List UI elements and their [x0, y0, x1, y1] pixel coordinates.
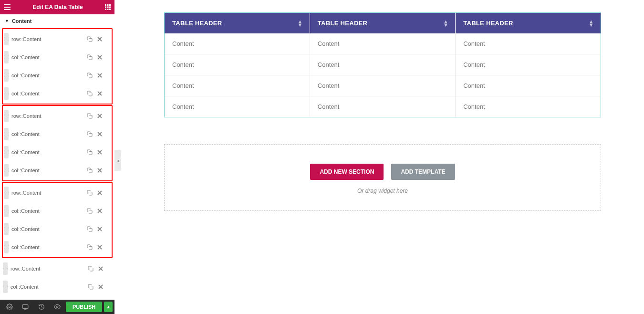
apps-grid-icon[interactable]: [105, 4, 111, 10]
svg-rect-9: [89, 39, 93, 42]
data-table-widget[interactable]: TABLE HEADER▲▼TABLE HEADER▲▼TABLE HEADER…: [164, 12, 601, 117]
header-label: TABLE HEADER: [463, 20, 513, 27]
add-section-dropzone[interactable]: ADD NEW SECTION ADD TEMPLATE Or drag wid…: [164, 144, 601, 211]
settings-icon[interactable]: [2, 301, 17, 313]
drag-handle-icon[interactable]: ⋮⋮: [4, 164, 9, 177]
table-cell: Content: [456, 33, 601, 54]
add-template-button[interactable]: ADD TEMPLATE: [391, 164, 455, 180]
duplicate-icon[interactable]: [87, 131, 97, 137]
drag-handle-icon[interactable]: ⋮⋮: [4, 110, 9, 122]
item-group: ⋮⋮row::Content⋮⋮col::Content⋮⋮col::Conte…: [2, 105, 113, 181]
list-item[interactable]: ⋮⋮col::Content: [4, 202, 111, 220]
table-cell: Content: [165, 96, 310, 117]
duplicate-icon[interactable]: [87, 226, 97, 232]
list-item-label: col::Content: [11, 54, 87, 60]
drag-handle-icon[interactable]: ⋮⋮: [4, 69, 9, 82]
list-item[interactable]: ⋮⋮col::Content: [4, 220, 111, 238]
sort-icon[interactable]: ▲▼: [589, 20, 594, 27]
list-item[interactable]: ⋮⋮row::Content: [4, 184, 111, 202]
remove-icon[interactable]: [97, 168, 108, 173]
duplicate-icon[interactable]: [87, 113, 97, 119]
drag-handle-icon[interactable]: ⋮⋮: [4, 128, 9, 140]
remove-icon[interactable]: [98, 284, 109, 289]
remove-icon[interactable]: [97, 190, 108, 195]
drag-handle-icon[interactable]: ⋮⋮: [4, 187, 9, 199]
svg-rect-15: [89, 152, 93, 155]
drag-handle-icon[interactable]: ⋮⋮: [3, 281, 8, 293]
list-item-label: col::Content: [11, 167, 87, 173]
list-item-label: col::Content: [11, 149, 87, 155]
remove-icon[interactable]: [97, 91, 108, 96]
remove-icon[interactable]: [97, 114, 108, 118]
list-item[interactable]: ⋮⋮col::Content: [4, 143, 111, 161]
svg-rect-6: [105, 9, 106, 10]
svg-rect-10: [89, 57, 93, 60]
dropzone-hint: Or drag widget here: [165, 188, 601, 194]
list-item[interactable]: ⋮⋮row::Content: [4, 107, 111, 125]
remove-icon[interactable]: [97, 55, 108, 60]
table-header-cell[interactable]: TABLE HEADER▲▼: [456, 13, 601, 33]
list-item-label: col::Content: [11, 226, 87, 232]
menu-icon[interactable]: [4, 4, 10, 10]
sort-icon[interactable]: ▲▼: [443, 20, 448, 27]
duplicate-icon[interactable]: [87, 190, 97, 196]
drag-handle-icon[interactable]: ⋮⋮: [4, 205, 9, 217]
remove-icon[interactable]: [97, 37, 108, 42]
list-item[interactable]: ⋮⋮row::Content: [3, 260, 112, 278]
duplicate-icon[interactable]: [88, 284, 98, 290]
history-icon[interactable]: [34, 301, 49, 313]
drag-handle-icon[interactable]: ⋮⋮: [3, 262, 8, 275]
remove-icon[interactable]: [97, 150, 108, 155]
remove-icon[interactable]: [97, 132, 108, 136]
drag-handle-icon[interactable]: ⋮⋮: [4, 51, 9, 63]
remove-icon[interactable]: [97, 227, 108, 231]
table-cell: Content: [456, 75, 601, 96]
responsive-icon[interactable]: [18, 301, 33, 313]
list-item[interactable]: ⋮⋮col::Content: [4, 48, 111, 66]
duplicate-icon[interactable]: [87, 91, 97, 96]
table-header-cell[interactable]: TABLE HEADER▲▼: [310, 13, 455, 33]
list-item[interactable]: ⋮⋮col::Content: [4, 66, 111, 84]
duplicate-icon[interactable]: [87, 167, 97, 173]
svg-rect-17: [89, 192, 93, 196]
table-header-cell[interactable]: TABLE HEADER▲▼: [165, 13, 310, 33]
list-item[interactable]: ⋮⋮col::Content: [4, 161, 111, 179]
duplicate-icon[interactable]: [88, 266, 98, 272]
table-cell: Content: [310, 75, 455, 96]
list-item[interactable]: ⋮⋮col::Content: [4, 238, 111, 256]
remove-icon[interactable]: [98, 266, 109, 271]
list-item[interactable]: ⋮⋮col::Content: [4, 125, 111, 143]
remove-icon[interactable]: [97, 73, 108, 78]
sidebar-header: Edit EA Data Table: [0, 0, 114, 14]
svg-rect-21: [90, 268, 93, 272]
duplicate-icon[interactable]: [87, 54, 97, 60]
drag-handle-icon[interactable]: ⋮⋮: [4, 146, 9, 158]
table-cell: Content: [456, 54, 601, 75]
svg-rect-7: [107, 9, 109, 10]
list-item[interactable]: ⋮⋮col::Content: [4, 84, 111, 103]
drag-handle-icon[interactable]: ⋮⋮: [4, 241, 9, 253]
publish-button[interactable]: PUBLISH: [66, 302, 102, 312]
section-toggle-content[interactable]: ▼ Content: [0, 14, 114, 28]
drag-handle-icon[interactable]: ⋮⋮: [4, 223, 9, 235]
preview-icon[interactable]: [50, 301, 65, 313]
duplicate-icon[interactable]: [87, 73, 97, 78]
duplicate-icon[interactable]: [87, 208, 97, 214]
table-cell: Content: [456, 96, 601, 117]
list-item[interactable]: ⋮⋮col::Content: [3, 278, 112, 296]
duplicate-icon[interactable]: [87, 36, 97, 42]
drag-handle-icon[interactable]: ⋮⋮: [4, 33, 9, 45]
drag-handle-icon[interactable]: ⋮⋮: [4, 87, 9, 100]
remove-icon[interactable]: [97, 209, 108, 213]
add-new-section-button[interactable]: ADD NEW SECTION: [310, 164, 384, 180]
collapse-sidebar-tab[interactable]: ◂: [114, 150, 121, 171]
duplicate-icon[interactable]: [87, 149, 97, 155]
svg-rect-11: [89, 75, 93, 78]
svg-point-23: [9, 306, 10, 308]
duplicate-icon[interactable]: [87, 244, 97, 250]
item-group: ⋮⋮row::Content⋮⋮col::Content: [2, 259, 113, 297]
list-item[interactable]: ⋮⋮row::Content: [4, 30, 111, 48]
publish-options-caret[interactable]: ▲: [104, 302, 113, 312]
sort-icon[interactable]: ▲▼: [298, 20, 303, 27]
remove-icon[interactable]: [97, 245, 108, 250]
